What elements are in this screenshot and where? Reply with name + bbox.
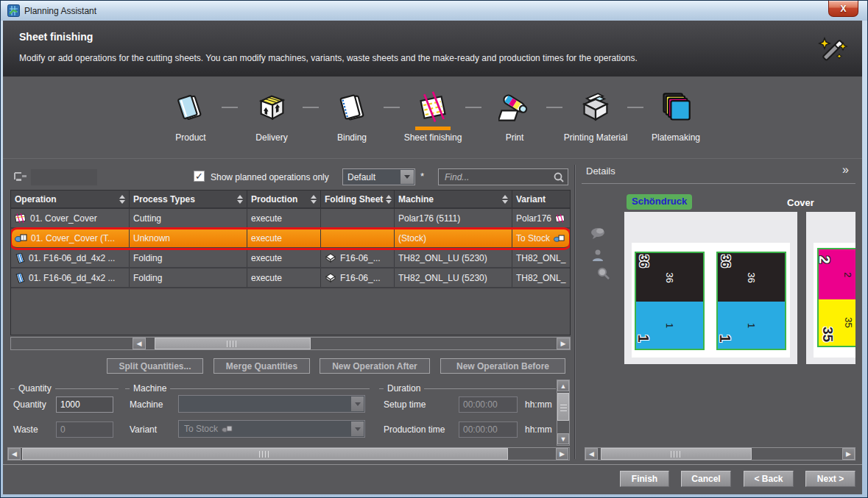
new-operation-before-button[interactable]: New Operation Before bbox=[440, 358, 565, 374]
step-platemaking[interactable]: Platemaking bbox=[638, 91, 714, 143]
page-description: Modify or add operations for the cutting… bbox=[19, 53, 638, 63]
sort-icon[interactable] bbox=[116, 195, 125, 204]
close-button[interactable]: X bbox=[828, 1, 858, 17]
scroll-thumb[interactable] bbox=[155, 338, 311, 349]
scroll-left-button[interactable]: ◀ bbox=[8, 448, 21, 460]
page-center-number: 1 bbox=[746, 322, 757, 327]
sheet-preview[interactable]: 36 36 1 1 36 36 1 1 bbox=[624, 212, 797, 364]
person-icon[interactable] bbox=[592, 249, 604, 262]
step-label: Binding bbox=[314, 132, 390, 143]
finish-button[interactable]: Finish bbox=[620, 471, 669, 487]
show-planned-only-checkbox[interactable] bbox=[194, 171, 205, 182]
step-printing-material[interactable]: Printing Material bbox=[557, 91, 634, 143]
page-center-number: 2 bbox=[842, 271, 853, 277]
production-time-unit: hh:mm bbox=[525, 424, 556, 435]
chevron-down-icon[interactable] bbox=[401, 170, 414, 184]
find-field[interactable] bbox=[438, 168, 568, 185]
operation-tree-icon bbox=[13, 171, 28, 183]
scroll-right-button[interactable]: ▶ bbox=[556, 448, 568, 460]
step-product[interactable]: Product bbox=[152, 91, 229, 143]
step-binding[interactable]: Binding bbox=[314, 91, 390, 143]
machine-label: Machine bbox=[130, 399, 163, 410]
preset-dropdown[interactable]: Default bbox=[342, 168, 415, 185]
page-corner-number: 1 bbox=[636, 334, 651, 342]
scroll-up-button[interactable]: ▲ bbox=[557, 380, 569, 391]
folding-icon bbox=[15, 253, 25, 263]
column-header-variant[interactable]: Variant bbox=[512, 191, 571, 207]
zoom-magnifier-icon[interactable] bbox=[596, 266, 611, 281]
operation-name-field[interactable] bbox=[31, 169, 97, 185]
variant-dropdown[interactable]: To Stock bbox=[178, 420, 365, 438]
folded-sheet-icon bbox=[325, 273, 336, 282]
app-icon bbox=[7, 4, 20, 17]
column-header-folding-sheet[interactable]: Folding Sheet bbox=[321, 191, 395, 207]
chevron-down-icon[interactable] bbox=[351, 396, 364, 411]
cutting-sheet-icon bbox=[15, 213, 27, 223]
waste-input[interactable] bbox=[56, 421, 113, 438]
sort-icon[interactable] bbox=[308, 195, 317, 204]
comment-bubble-icon[interactable] bbox=[589, 227, 607, 240]
table-row[interactable]: 01. F16-06_dd_4x2 ... Folding execute F1… bbox=[11, 268, 570, 288]
step-sheet-finishing[interactable]: Sheet finishing bbox=[395, 91, 471, 143]
merge-quantities-button[interactable]: Merge Quantities bbox=[214, 358, 310, 374]
back-button[interactable]: < Back bbox=[744, 471, 794, 487]
table-row-selected[interactable]: 01. Cover_Cover (T... Unknown execute (S… bbox=[11, 229, 570, 249]
table-row[interactable]: 01. F16-06_dd_4x2 ... Folding execute F1… bbox=[11, 249, 570, 268]
cutting-sheet-icon bbox=[555, 214, 565, 223]
scroll-thumb[interactable] bbox=[22, 448, 508, 460]
next-button[interactable]: Next > bbox=[805, 471, 855, 487]
column-header-machine[interactable]: Machine bbox=[395, 191, 512, 207]
new-operation-after-button[interactable]: New Operation After bbox=[320, 358, 430, 374]
quantity-group-legend: Quantity bbox=[15, 383, 55, 394]
variant-value: To Stock bbox=[184, 424, 218, 434]
production-time-label: Production time bbox=[384, 424, 445, 435]
step-label: Product bbox=[152, 132, 229, 143]
step-label: Delivery bbox=[233, 132, 310, 143]
production-time-input[interactable] bbox=[459, 421, 518, 438]
page-preview[interactable]: 36 36 1 1 bbox=[716, 252, 786, 350]
active-step-underline bbox=[415, 127, 451, 130]
column-header-production[interactable]: Production bbox=[247, 191, 321, 207]
scroll-left-button[interactable]: ◀ bbox=[133, 338, 146, 349]
setup-time-label: Setup time bbox=[384, 399, 426, 410]
scroll-down-button[interactable]: ▼ bbox=[557, 433, 569, 444]
folding-icon bbox=[15, 273, 25, 283]
table-row[interactable]: 01. Cover_Cover Cutting execute Polar176… bbox=[11, 209, 570, 229]
operations-table: Operation Process Types Production Foldi… bbox=[10, 190, 571, 335]
panel-splitter[interactable] bbox=[574, 165, 575, 459]
sort-icon[interactable] bbox=[234, 195, 243, 204]
window-title: Planning Assistant bbox=[24, 6, 96, 16]
step-print[interactable]: Print bbox=[476, 91, 553, 143]
page-title: Sheet finishing bbox=[19, 31, 93, 43]
scroll-thumb[interactable] bbox=[601, 448, 752, 460]
magic-wand-icon bbox=[815, 32, 850, 68]
page-corner-number: 35 bbox=[821, 327, 835, 342]
platemaking-icon bbox=[660, 91, 692, 124]
step-delivery[interactable]: Delivery bbox=[233, 91, 310, 143]
details-expand-chevron[interactable]: » bbox=[842, 163, 849, 177]
page-center-number: 36 bbox=[746, 272, 757, 282]
scroll-right-button[interactable]: ▶ bbox=[842, 448, 855, 460]
machine-dropdown[interactable] bbox=[178, 395, 365, 413]
find-input[interactable] bbox=[439, 169, 568, 185]
page-preview[interactable]: 36 36 1 1 bbox=[635, 252, 705, 350]
sort-icon[interactable] bbox=[499, 195, 508, 204]
split-quantities-button[interactable]: Split Quantities... bbox=[107, 358, 203, 374]
page-preview[interactable]: 2 2 35 35 bbox=[817, 248, 855, 347]
scroll-left-button[interactable]: ◀ bbox=[585, 448, 598, 460]
workflow-steps: Product Delivery bbox=[3, 77, 862, 159]
scroll-thumb[interactable] bbox=[557, 393, 569, 421]
column-header-operation[interactable]: Operation bbox=[11, 191, 130, 207]
cancel-button[interactable]: Cancel bbox=[681, 471, 731, 487]
column-header-process-types[interactable]: Process Types bbox=[130, 191, 247, 207]
scroll-right-button[interactable]: ▶ bbox=[557, 338, 570, 349]
sort-icon[interactable] bbox=[383, 195, 392, 204]
machine-group-legend: Machine bbox=[130, 383, 170, 394]
setup-time-input[interactable] bbox=[459, 396, 518, 413]
search-icon[interactable] bbox=[553, 171, 565, 183]
step-label: Printing Material bbox=[557, 132, 634, 143]
quantity-input[interactable] bbox=[56, 396, 113, 413]
sheet-preview[interactable]: 2 2 35 35 bbox=[806, 212, 855, 364]
titlebar[interactable]: Planning Assistant X bbox=[1, 1, 867, 21]
chevron-down-icon[interactable] bbox=[351, 421, 364, 436]
